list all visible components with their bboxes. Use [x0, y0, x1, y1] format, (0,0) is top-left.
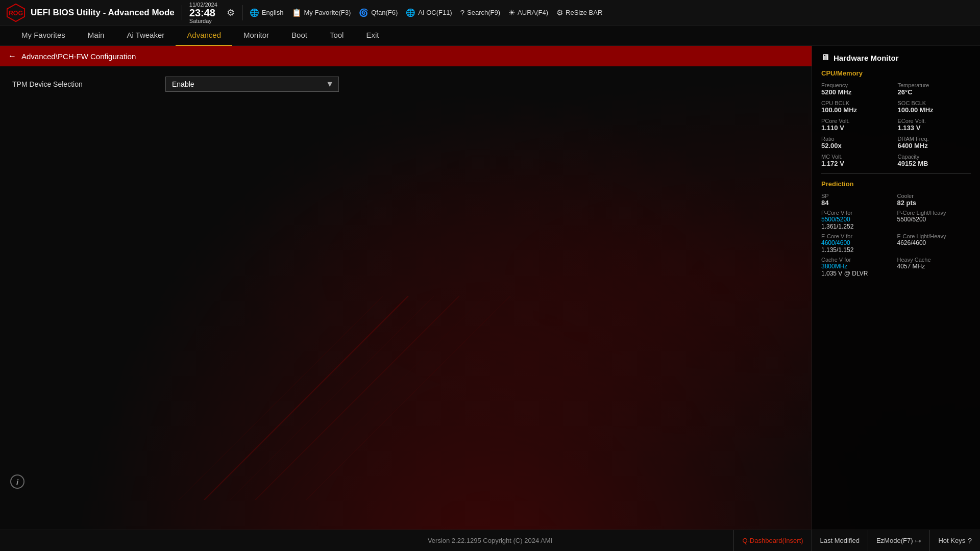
footer-btn-label-ez-mode: EzMode(F7): [876, 537, 913, 544]
stat-label-pcore-volt: PCore Volt.: [821, 118, 895, 124]
header-bar: ROG UEFI BIOS Utility - Advanced Mode 11…: [0, 0, 980, 26]
rog-logo: ROG: [6, 3, 26, 22]
tool-ai-oc[interactable]: 🌐AI OC(F11): [406, 8, 452, 17]
datetime-time: 23:48: [189, 8, 215, 18]
footer-btn-label-hot-keys: Hot Keys: [938, 537, 965, 544]
tool-label-my-favorite: My Favorite(F3): [304, 9, 351, 16]
pred-pcore-for: P-Core V for5500/52001.361/1.252: [821, 210, 895, 230]
hardware-monitor-title: 🖥 Hardware Monitor: [821, 53, 971, 62]
stat-mc-volt: MC Volt.1.172 V: [821, 154, 895, 167]
footer-bar: Version 2.22.1295 Copyright (C) 2024 AMI…: [0, 530, 980, 551]
header-divider-2: [242, 5, 242, 20]
stat-label-capacity: Capacity: [898, 154, 971, 160]
tool-my-favorite[interactable]: 📋My Favorite(F3): [292, 8, 351, 17]
hardware-monitor-title-text: Hardware Monitor: [834, 54, 899, 62]
main-layout: ← Advanced\PCH-FW Configuration TPM Devi…: [0, 46, 980, 530]
footer-btn-icon-ez-mode: ↦: [915, 537, 921, 545]
tool-icon-resize-bar: ⚙: [556, 8, 563, 17]
tool-label-english: English: [262, 9, 284, 16]
stat-label-ecore-volt: ECore Volt.: [898, 118, 971, 124]
stat-ecore-volt: ECore Volt.1.133 V: [898, 118, 971, 132]
tool-label-aura: AURA(F4): [518, 9, 548, 16]
footer-btn-label-last-modified: Last Modified: [820, 537, 860, 544]
footer-btn-ez-mode[interactable]: EzMode(F7)↦: [868, 530, 930, 552]
prediction-section: Prediction SP84 Cooler82 pts P-Core V fo…: [821, 180, 971, 277]
stat-capacity: Capacity49152 MB: [898, 154, 971, 167]
footer-right: Q-Dashboard(Insert)Last ModifiedEzMode(F…: [552, 530, 980, 552]
stat-value-temperature: 26°C: [898, 88, 971, 96]
prediction-details: SP84 Cooler82 pts P-Core V for5500/52001…: [821, 193, 971, 277]
stat-cpu-bclk: CPU BCLK100.00 MHz: [821, 100, 895, 114]
bios-title: UEFI BIOS Utility - Advanced Mode: [31, 8, 175, 18]
nav-item-monitor[interactable]: Monitor: [232, 26, 280, 46]
tool-label-resize-bar: ReSize BAR: [566, 9, 602, 16]
pred-ecore-for: E-Core V for4600/46001.135/1.152: [821, 233, 895, 254]
stat-label-temperature: Temperature: [898, 82, 971, 88]
tool-label-search: Search(F9): [467, 9, 500, 16]
cpu-memory-section-title: CPU/Memory: [821, 69, 971, 77]
stat-ratio: Ratio52.00x: [821, 136, 895, 149]
stat-value-ratio: 52.00x: [821, 142, 895, 149]
settings-content: TPM Device Selection Enable Disable ▼: [0, 66, 812, 530]
stat-value-dram-freq: 6400 MHz: [898, 142, 971, 149]
nav-bar: My FavoritesMainAi TweakerAdvancedMonito…: [0, 26, 980, 46]
stat-label-frequency: Frequency: [821, 82, 895, 88]
hardware-monitor-panel: 🖥 Hardware Monitor CPU/Memory Frequency5…: [812, 46, 980, 530]
version-text: Version 2.22.1295 Copyright (C) 2024 AMI: [428, 537, 552, 544]
pred-cache-for: Cache V for3800MHz1.035 V @ DLVR: [821, 257, 895, 277]
tool-english[interactable]: 🌐English: [250, 8, 284, 17]
stat-label-soc-bclk: SOC BCLK: [898, 100, 971, 106]
stat-value-soc-bclk: 100.00 MHz: [898, 106, 971, 114]
logo-area: ROG UEFI BIOS Utility - Advanced Mode: [6, 3, 175, 22]
footer-btn-q-dashboard[interactable]: Q-Dashboard(Insert): [733, 530, 811, 552]
stat-label-cpu-bclk: CPU BCLK: [821, 100, 895, 106]
tool-aura[interactable]: ☀AURA(F4): [508, 8, 548, 17]
datetime-day: Saturday: [189, 18, 212, 24]
info-icon[interactable]: i: [10, 474, 24, 489]
stat-label-mc-volt: MC Volt.: [821, 154, 895, 160]
header-divider-1: [182, 5, 182, 20]
pred-heavy-cache: Heavy Cache4057 MHz: [897, 257, 971, 277]
nav-item-my-favorites[interactable]: My Favorites: [10, 26, 77, 46]
nav-item-main[interactable]: Main: [77, 26, 116, 46]
footer-btn-last-modified[interactable]: Last Modified: [812, 530, 868, 552]
tool-icon-qfan: 🌀: [359, 8, 369, 17]
tool-icon-ai-oc: 🌐: [406, 8, 415, 17]
setting-row-tpm: TPM Device Selection Enable Disable ▼: [12, 77, 799, 92]
hw-divider: [821, 173, 971, 174]
nav-item-boot[interactable]: Boot: [280, 26, 318, 46]
monitor-icon: 🖥: [821, 53, 829, 62]
stat-soc-bclk: SOC BCLK100.00 MHz: [898, 100, 971, 114]
cpu-memory-stats-grid: Frequency5200 MHzTemperature26°CCPU BCLK…: [821, 82, 971, 167]
svg-text:ROG: ROG: [9, 9, 23, 16]
stat-value-pcore-volt: 1.110 V: [821, 124, 895, 132]
footer-btn-label-q-dashboard: Q-Dashboard(Insert): [742, 537, 803, 544]
nav-item-tool[interactable]: Tool: [318, 26, 355, 46]
tool-label-qfan: Qfan(F6): [371, 9, 398, 16]
footer-btn-hot-keys[interactable]: Hot Keys?: [929, 530, 980, 552]
nav-item-ai-tweaker[interactable]: Ai Tweaker: [115, 26, 176, 46]
pred-cooler: Cooler82 pts: [897, 193, 971, 207]
nav-item-exit[interactable]: Exit: [355, 26, 390, 46]
stat-label-dram-freq: DRAM Freq.: [898, 136, 971, 142]
tool-qfan[interactable]: 🌀Qfan(F6): [359, 8, 398, 17]
tpm-device-control: Enable Disable ▼: [165, 77, 339, 92]
pred-pcore-lh: P-Core Light/Heavy5500/5200: [897, 210, 971, 230]
tool-icon-search: ?: [460, 8, 464, 17]
breadcrumb-back-button[interactable]: ←: [8, 52, 16, 61]
tool-resize-bar[interactable]: ⚙ReSize BAR: [556, 8, 602, 17]
tool-search[interactable]: ?Search(F9): [460, 8, 500, 17]
footer-btn-icon-hot-keys: ?: [968, 537, 972, 545]
tpm-device-label: TPM Device Selection: [12, 80, 165, 88]
nav-item-advanced[interactable]: Advanced: [176, 26, 232, 46]
tpm-device-select[interactable]: Enable Disable: [165, 77, 339, 92]
prediction-section-title: Prediction: [821, 180, 971, 188]
stat-pcore-volt: PCore Volt.1.110 V: [821, 118, 895, 132]
stat-value-capacity: 49152 MB: [898, 160, 971, 167]
datetime-block: 11/02/2024 23:48 Saturday: [189, 2, 217, 24]
settings-gear-icon[interactable]: ⚙: [227, 7, 235, 18]
pred-sp: SP84: [821, 193, 895, 207]
tool-icon-my-favorite: 📋: [292, 8, 302, 17]
stat-value-cpu-bclk: 100.00 MHz: [821, 106, 895, 114]
stat-value-ecore-volt: 1.133 V: [898, 124, 971, 132]
